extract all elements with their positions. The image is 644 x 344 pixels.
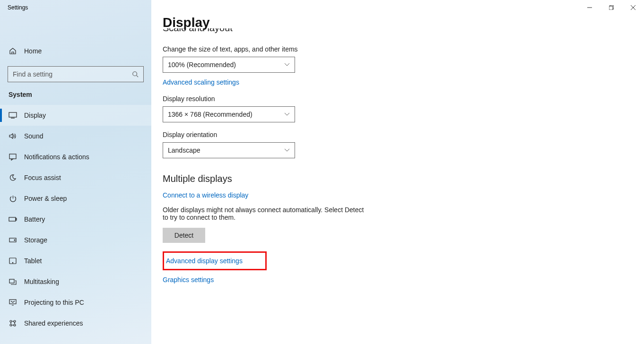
section-heading-multiple: Multiple displays (163, 173, 644, 184)
nav-label: Focus assist (24, 174, 61, 181)
maximize-button[interactable] (600, 0, 622, 15)
advanced-scaling-link[interactable]: Advanced scaling settings (163, 78, 239, 86)
sidebar-item-tablet[interactable]: Tablet (0, 250, 151, 271)
advanced-display-settings-link[interactable]: Advanced display settings (166, 257, 243, 265)
svg-rect-1 (9, 112, 17, 117)
search-icon (132, 71, 139, 77)
sound-icon (9, 132, 17, 140)
orientation-label: Display orientation (163, 131, 644, 138)
home-icon (9, 47, 17, 55)
nav-label: Power & sleep (24, 195, 67, 202)
shared-icon (9, 319, 17, 327)
nav-label: Projecting to this PC (24, 299, 84, 306)
sidebar: Settings Home System Display (0, 0, 151, 344)
nav-label: Storage (24, 236, 47, 244)
notifications-icon (9, 153, 17, 161)
nav-label: Tablet (24, 257, 42, 265)
nav-label: Sound (24, 132, 43, 140)
scale-label: Change the size of text, apps, and other… (163, 45, 644, 53)
nav-label: Display (24, 112, 46, 119)
sidebar-item-storage[interactable]: Storage (0, 230, 151, 250)
sidebar-item-notifications[interactable]: Notifications & actions (0, 146, 151, 167)
category-label: System (0, 91, 151, 105)
sidebar-item-projecting[interactable]: Projecting to this PC (0, 292, 151, 313)
orientation-dropdown[interactable]: Landscape (163, 142, 295, 158)
multitasking-icon (9, 277, 17, 286)
display-icon (9, 111, 17, 120)
svg-rect-10 (9, 300, 16, 304)
resolution-label: Display resolution (163, 95, 644, 103)
close-button[interactable] (622, 0, 644, 15)
battery-icon (9, 215, 17, 224)
highlight-annotation: Advanced display settings (163, 251, 267, 270)
svg-point-11 (10, 320, 12, 322)
projecting-icon (9, 298, 17, 307)
nav-label: Notifications & actions (24, 153, 89, 161)
sidebar-item-battery[interactable]: Battery (0, 209, 151, 230)
resolution-value: 1366 × 768 (Recommended) (168, 111, 252, 118)
orientation-value: Landscape (168, 146, 200, 154)
sidebar-item-power-sleep[interactable]: Power & sleep (0, 188, 151, 209)
sidebar-item-sound[interactable]: Sound (0, 126, 151, 146)
svg-rect-4 (16, 218, 17, 220)
svg-point-14 (14, 324, 16, 326)
svg-point-6 (14, 240, 15, 241)
resolution-dropdown[interactable]: 1366 × 768 (Recommended) (163, 106, 295, 122)
svg-point-12 (14, 320, 16, 322)
graphics-settings-link[interactable]: Graphics settings (163, 276, 214, 284)
minimize-button[interactable] (579, 0, 600, 15)
svg-rect-15 (609, 6, 613, 10)
scale-value: 100% (Recommended) (168, 61, 236, 69)
chevron-down-icon (284, 112, 290, 116)
app-title: Settings (0, 0, 35, 15)
home-label: Home (24, 47, 42, 55)
sidebar-item-multitasking[interactable]: Multitasking (0, 271, 151, 292)
svg-point-8 (12, 262, 13, 263)
storage-icon (9, 236, 17, 244)
chevron-down-icon (284, 148, 290, 152)
sidebar-item-shared-experiences[interactable]: Shared experiences (0, 313, 151, 334)
svg-point-0 (133, 72, 137, 76)
scale-dropdown[interactable]: 100% (Recommended) (163, 57, 295, 73)
detect-button[interactable]: Detect (163, 228, 205, 243)
section-heading-scale: Scale and layout (163, 28, 644, 37)
sidebar-item-focus-assist[interactable]: Focus assist (0, 167, 151, 188)
older-displays-text: Older displays might not always connect … (163, 206, 371, 221)
connect-wireless-link[interactable]: Connect to a wireless display (163, 191, 248, 199)
nav-label: Multitasking (24, 278, 59, 285)
search-input-container[interactable] (8, 66, 144, 82)
svg-point-13 (10, 324, 12, 326)
nav-label: Battery (24, 215, 45, 223)
sidebar-item-display[interactable]: Display (0, 105, 151, 126)
svg-rect-3 (9, 217, 16, 221)
search-input[interactable] (13, 70, 126, 78)
svg-rect-2 (9, 154, 16, 159)
tablet-icon (9, 257, 17, 265)
chevron-down-icon (284, 63, 290, 67)
nav-label: Shared experiences (24, 319, 83, 327)
svg-rect-9 (9, 279, 14, 283)
power-icon (9, 194, 17, 203)
focus-assist-icon (9, 173, 17, 182)
sidebar-item-home[interactable]: Home (0, 42, 151, 60)
main-content: Display Scale and layout Change the size… (151, 0, 644, 344)
